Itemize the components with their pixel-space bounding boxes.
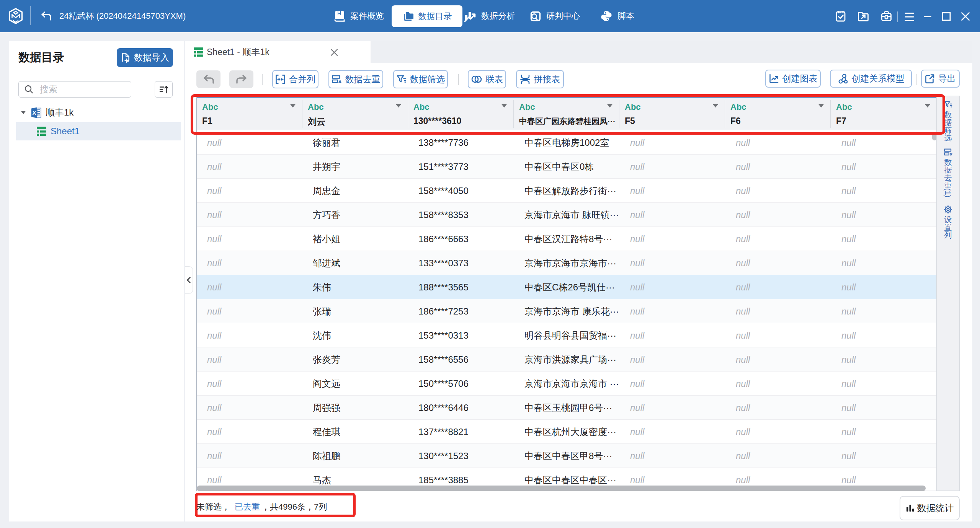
- svg-text:X: X: [32, 109, 36, 116]
